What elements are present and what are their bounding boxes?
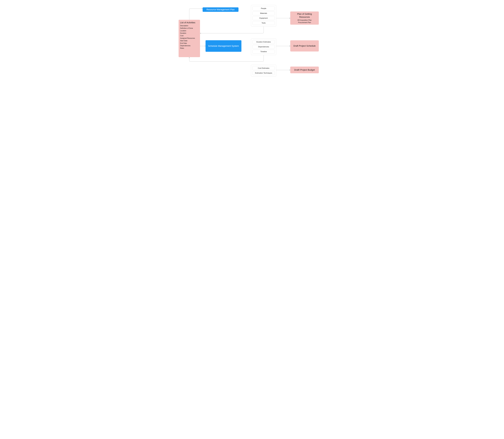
activities-title: List of Activities xyxy=(180,21,199,24)
activities-item: Start Date xyxy=(180,39,199,42)
activities-item: End Date xyxy=(180,42,199,45)
out1-sub-1: HR Acquisition Plan xyxy=(297,19,312,21)
out1-sub-2: Procurement Plan xyxy=(298,21,311,24)
group-schedule-inputs: Duration Estimates Dependencies Timeline xyxy=(251,38,276,55)
chip-dependencies: Dependencies xyxy=(253,45,275,49)
activities-item: Description xyxy=(180,24,199,27)
out2-title: Draft Project Schedule xyxy=(293,44,316,48)
node-list-of-activities: List of Activities Description Definitio… xyxy=(179,20,200,57)
chip-timeline: Timeline xyxy=(253,50,275,54)
activities-item: Assigned Resources xyxy=(180,37,199,39)
node-draft-project-schedule: Draft Project Schedule xyxy=(290,40,319,51)
activities-item: Dependencies xyxy=(180,45,199,47)
chip-materials: Materials xyxy=(253,12,275,15)
group-cost-inputs: Cost Estimates Estimation Techniques xyxy=(251,65,276,76)
rmp-label: Resource Management Plan xyxy=(207,8,235,11)
activities-item: Duration xyxy=(180,32,199,35)
group-resource-types: People Materials Equipment Tools xyxy=(251,5,276,26)
node-schedule-management-system: Schedule Management System xyxy=(206,40,241,52)
chip-duration-estimates: Duration Estimates xyxy=(253,40,275,44)
chip-tools: Tools xyxy=(253,21,275,25)
activities-item: Risks xyxy=(180,47,199,49)
activities-item: Definition of Done xyxy=(180,27,199,30)
chip-cost-estimates: Cost Estimates xyxy=(253,66,275,70)
out1-title: Plan of Getting Resources xyxy=(292,12,317,18)
activities-item: Cost xyxy=(180,35,199,37)
chip-estimation-techniques: Estimation Techniques xyxy=(253,71,275,75)
activities-item: Location xyxy=(180,30,199,32)
chip-equipment: Equipment xyxy=(253,16,275,20)
sms-label: Schedule Management System xyxy=(208,45,239,47)
chip-people: People xyxy=(253,7,275,10)
out3-title: Draft/ Project Budget xyxy=(294,68,315,72)
node-resource-management-plan: Resource Management Plan xyxy=(203,7,238,12)
node-draft-project-budget: Draft/ Project Budget xyxy=(290,67,319,73)
diagram-canvas: List of Activities Description Definitio… xyxy=(173,0,331,86)
node-plan-of-getting-resources: Plan of Getting Resources HR Acquisition… xyxy=(290,12,319,24)
